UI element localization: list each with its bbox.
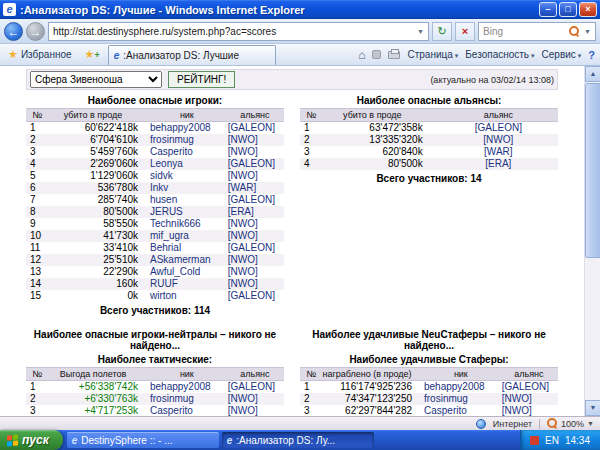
cell: [NWO] — [500, 393, 558, 405]
cell: 4 — [26, 158, 46, 170]
address-dropdown-icon[interactable]: ▼ — [417, 28, 424, 35]
search-magnifier-icon[interactable] — [569, 26, 580, 37]
players-total: Всего участников: 114 — [26, 305, 284, 316]
maximize-button[interactable]: □ — [559, 2, 577, 17]
column-header: награблено (в проде) — [320, 368, 422, 381]
table-header-row: №Выгода полетовникальянс — [26, 368, 284, 381]
safety-menu[interactable]: Безопасность — [465, 49, 534, 60]
cell: Technik666 — [148, 218, 226, 230]
neutral-players-note: Наиболее опасные игроки-нейтралы – никог… — [26, 329, 284, 351]
cell: 5'459'760k — [46, 146, 148, 158]
address-url[interactable]: http://stat.destinysphere.ru/system.php?… — [53, 26, 415, 37]
cell: 74'347'123'250 — [320, 393, 422, 405]
zoom-control[interactable]: 100% ▼ — [547, 418, 594, 429]
cell: [GALEON] — [226, 242, 284, 254]
tray-app-icon[interactable] — [530, 436, 539, 445]
cell: frosinmug — [148, 393, 226, 405]
cell: 1 — [300, 122, 320, 135]
alliances-total: Всего участников: 14 — [300, 173, 558, 184]
page-menu[interactable]: Страница — [407, 49, 458, 60]
neustaffers-note: Наиболее удачливые NeuСтаферы – никого н… — [300, 329, 558, 351]
dangerous-alliances-table: №убито в продеальянс163'472'358k[GALEON]… — [300, 108, 558, 170]
clock[interactable]: 14:34 — [565, 435, 590, 446]
cell: 63'472'358k — [320, 122, 439, 135]
stop-button[interactable]: × — [455, 22, 475, 41]
star-plus-icon: ★ — [85, 48, 95, 61]
help-icon[interactable]: ? — [588, 49, 595, 61]
scroll-down-button[interactable]: ▼ — [585, 400, 600, 416]
navigation-bar: ← → http://stat.destinysphere.ru/system.… — [0, 19, 600, 44]
window-controls: – □ × — [539, 2, 597, 17]
search-dropdown-icon[interactable]: ▼ — [584, 28, 591, 35]
cell: 2 — [300, 134, 320, 146]
minimize-button[interactable]: – — [539, 2, 557, 17]
close-button[interactable]: × — [579, 2, 597, 17]
cell: ASkamerman — [148, 254, 226, 266]
taskbar-task-analyzer[interactable]: e :Анализатор DS: Лу... — [222, 432, 374, 448]
language-indicator[interactable]: EN — [545, 435, 559, 446]
column-header: № — [26, 109, 46, 122]
column-header: альянс — [226, 109, 284, 122]
sphere-select[interactable]: Сфера Зивенооша — [30, 71, 162, 88]
print-icon[interactable] — [388, 51, 400, 59]
add-favorite-button[interactable]: ★+ — [80, 46, 105, 64]
taskbar-task-destinysphere[interactable]: e DestinySphere :: - ... — [67, 432, 219, 448]
cell: [GALEON] — [226, 122, 284, 135]
rating-button[interactable]: РЕЙТИНГ! — [168, 71, 235, 88]
section-dangerous-alliances: Наиболее опасные альянсы: №убито в проде… — [300, 93, 558, 320]
taskbar: пуск e DestinySphere :: - ... e :Анализа… — [0, 430, 600, 450]
section-tactical: Наиболее тактические: №Выгода полетовник… — [26, 352, 284, 416]
cell: 2 — [26, 393, 46, 405]
section-title: Наиболее опасные альянсы: — [300, 95, 558, 106]
cell: 10 — [26, 230, 46, 242]
tools-menu[interactable]: Сервис — [542, 49, 582, 60]
section-dangerous-players: Наиболее опасные игроки: №убито в проден… — [26, 93, 284, 320]
favorites-label: Избранное — [21, 49, 72, 60]
address-bar[interactable]: http://stat.destinysphere.ru/system.php?… — [48, 22, 429, 41]
scroll-up-button[interactable]: ▲ — [585, 66, 600, 82]
ie-task-icon: e — [72, 435, 78, 446]
forward-button[interactable]: → — [26, 22, 45, 41]
favorites-button[interactable]: ★ Избранное — [3, 46, 77, 64]
zoom-dropdown-icon[interactable]: ▼ — [587, 420, 594, 427]
home-icon[interactable]: ⌂ — [358, 48, 365, 62]
window-title: :Анализатор DS: Лучшие - Windows Interne… — [20, 4, 535, 16]
search-input[interactable]: Bing — [483, 26, 565, 37]
search-box[interactable]: Bing ▼ — [478, 22, 596, 41]
table-row: 6536'780kInkv[WAR] — [26, 182, 284, 194]
cell: 160k — [46, 278, 148, 290]
feeds-icon[interactable] — [372, 50, 381, 59]
section-lucky-staffers: Наиболее удачливые Стаферы: №награблено … — [300, 352, 558, 416]
table-header-row: №убито в проденикальянс — [26, 109, 284, 122]
cell: [NWO] — [226, 170, 284, 182]
cell: behappy2008 — [422, 381, 500, 394]
tab-bar: ★ Избранное ★+ e :Анализатор DS: Лучшие … — [0, 44, 600, 66]
cell: Awful_Cold — [148, 266, 226, 278]
refresh-button[interactable]: ↻ — [432, 22, 452, 41]
vertical-scrollbar[interactable]: ▲ ▼ — [584, 66, 600, 416]
column-header: альянс — [439, 109, 558, 122]
task-buttons: e DestinySphere :: - ... e :Анализатор D… — [63, 430, 520, 450]
cell: 3 — [300, 146, 320, 158]
scroll-thumb[interactable] — [585, 83, 600, 258]
cell: [NWO] — [226, 230, 284, 242]
cell: [NWO] — [226, 405, 284, 416]
cell: husen — [148, 194, 226, 206]
table-row: 1133'410kBehrial[GALEON] — [26, 242, 284, 254]
table-row: 3+4'717'253kCasperito[NWO] — [26, 405, 284, 416]
browser-tab[interactable]: e :Анализатор DS: Лучшие — [108, 45, 276, 65]
section-title: Наиболее опасные игроки: — [26, 95, 284, 106]
cell: 1 — [300, 381, 320, 394]
cell: 62'297'844'282 — [320, 405, 422, 416]
cell: Casperito — [422, 405, 500, 416]
cell: [GALEON] — [500, 381, 558, 394]
start-button[interactable]: пуск — [0, 430, 63, 450]
table-row: 213'335'320k[NWO] — [300, 134, 558, 146]
cell: behappy2008 — [148, 122, 226, 135]
cell: [WAR] — [226, 182, 284, 194]
cell: [NWO] — [226, 393, 284, 405]
back-button[interactable]: ← — [4, 22, 23, 41]
cell: [NWO] — [439, 134, 558, 146]
column-header: убито в проде — [46, 109, 148, 122]
cell: 6'704'610k — [46, 134, 148, 146]
